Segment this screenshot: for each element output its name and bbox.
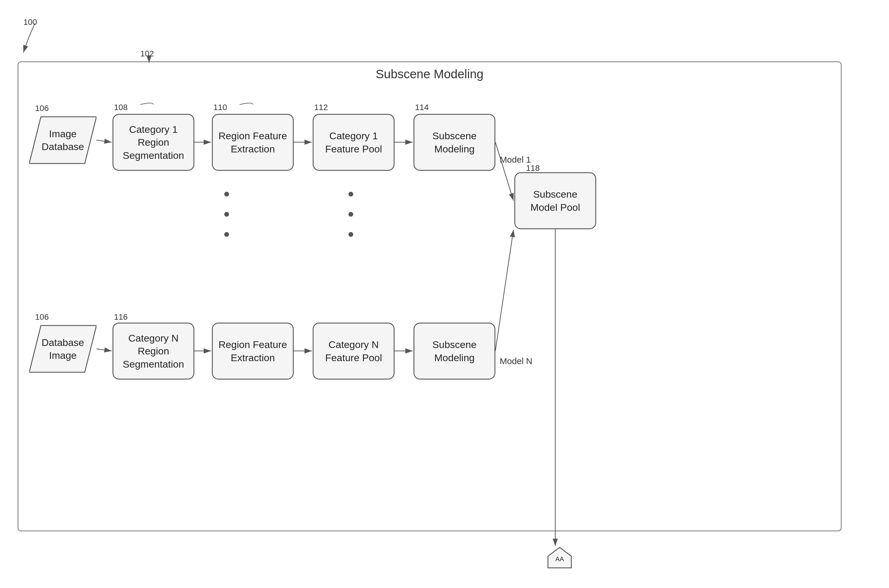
ref-112: 112 — [314, 103, 328, 112]
subscene-modeling-1-node: SubsceneModeling — [414, 114, 495, 171]
subscene-modeling-n-label: SubsceneModeling — [432, 338, 476, 364]
subscene-modeling-n-node: SubsceneModeling — [414, 322, 495, 380]
cat1-region-seg-label: Category 1RegionSegmentation — [123, 123, 184, 162]
catn-region-seg-label: Category NRegionSegmentation — [123, 332, 184, 370]
ref-108: 108 — [114, 103, 128, 112]
dots-center: ••• — [348, 184, 355, 244]
ref-116: 116 — [114, 312, 128, 322]
model-n-label: Model N — [500, 356, 532, 366]
region-feat-extract-n-label: Region FeatureExtraction — [219, 338, 287, 364]
subscene-modeling-1-label: SubsceneModeling — [432, 129, 476, 155]
catn-feature-pool-label: Category NFeature Pool — [325, 338, 382, 364]
diagram-title: Subscene Modeling — [18, 67, 842, 81]
model-1-label: Model 1 — [500, 155, 531, 165]
svg-text:AA: AA — [555, 555, 564, 562]
region-feat-extract-1-node: Region FeatureExtraction — [212, 114, 294, 171]
subscene-model-pool-node: SubsceneModel Pool — [514, 172, 596, 229]
ref-106-top: 106 — [35, 104, 49, 113]
database-image-label: DatabaseImage — [42, 336, 84, 362]
cat1-feature-pool-label: Category 1Feature Pool — [325, 129, 382, 155]
subscene-model-pool-label: SubsceneModel Pool — [530, 188, 580, 213]
image-database-node: Image Database — [29, 116, 96, 165]
dots-top: ••• — [224, 184, 231, 244]
region-feat-extract-1-label: Region FeatureExtraction — [219, 129, 287, 155]
database-image-node: DatabaseImage — [29, 324, 96, 374]
aa-connector: AA — [546, 546, 573, 575]
ref-118: 118 — [526, 164, 540, 173]
ref-114: 114 — [415, 103, 429, 112]
region-feat-extract-n-node: Region FeatureExtraction — [212, 322, 294, 380]
diagram-container: 100 102 Subscene Modeling 106 Image Data… — [0, 0, 889, 588]
ref-106-bottom: 106 — [35, 312, 49, 322]
image-database-label: Image Database — [29, 127, 96, 153]
catn-feature-pool-node: Category NFeature Pool — [313, 322, 394, 380]
cat1-feature-pool-node: Category 1Feature Pool — [313, 114, 394, 171]
ref-102: 102 — [140, 49, 154, 58]
ref-110: 110 — [213, 103, 227, 112]
ref-100: 100 — [23, 18, 37, 27]
catn-region-seg-node: Category NRegionSegmentation — [113, 322, 194, 380]
cat1-region-seg-node: Category 1RegionSegmentation — [113, 114, 194, 171]
